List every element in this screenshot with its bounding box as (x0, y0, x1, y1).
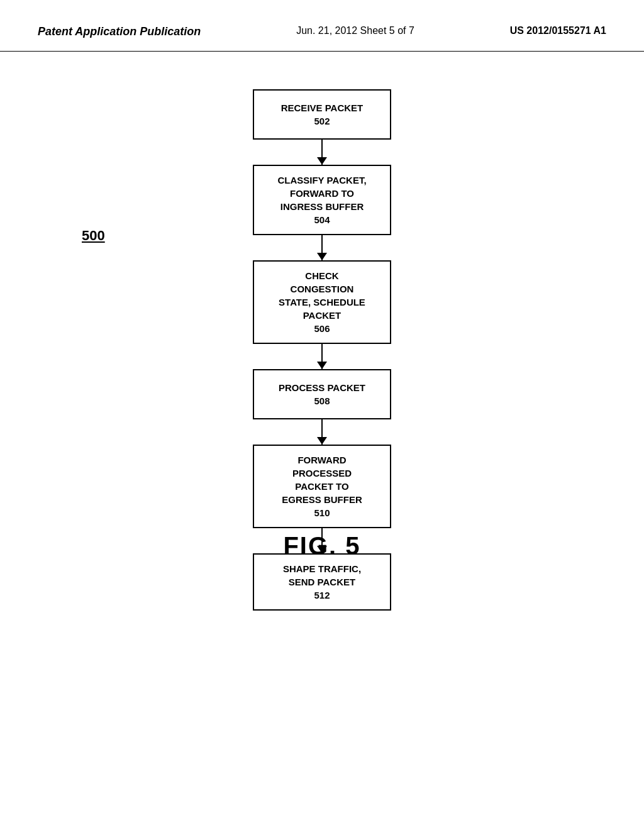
box-510-text: FORWARDPROCESSEDPACKET TOEGRESS BUFFER51… (282, 453, 362, 519)
figure-label: FIG. 5 (283, 532, 360, 560)
flow-box-512: SHAPE TRAFFIC,SEND PACKET512 (253, 553, 391, 611)
flow-box-506: CHECKCONGESTIONSTATE, SCHEDULEPACKET506 (253, 260, 391, 344)
arrow-4 (321, 419, 323, 445)
box-508-text: PROCESS PACKET508 (279, 381, 365, 407)
header-right-text: US 2012/0155271 A1 (510, 25, 606, 36)
main-content: 500 RECEIVE PACKET502 CLASSIFY PACKET,FO… (0, 52, 644, 611)
header-center-text: Jun. 21, 2012 Sheet 5 of 7 (296, 25, 414, 36)
flow-box-504: CLASSIFY PACKET,FORWARD TOINGRESS BUFFER… (253, 165, 391, 235)
page-header: Patent Application Publication Jun. 21, … (0, 0, 644, 52)
box-502-text: RECEIVE PACKET502 (281, 101, 364, 128)
flow-box-510: FORWARDPROCESSEDPACKET TOEGRESS BUFFER51… (253, 445, 391, 528)
header-left-text: Patent Application Publication (38, 25, 201, 38)
flow-box-502: RECEIVE PACKET502 (253, 89, 391, 140)
arrow-2 (321, 235, 323, 260)
flow-box-508: PROCESS PACKET508 (253, 369, 391, 419)
box-504-text: CLASSIFY PACKET,FORWARD TOINGRESS BUFFER… (277, 174, 366, 226)
box-506-text: CHECKCONGESTIONSTATE, SCHEDULEPACKET506 (279, 269, 365, 335)
arrow-3 (321, 344, 323, 369)
box-512-text: SHAPE TRAFFIC,SEND PACKET512 (283, 562, 361, 602)
arrow-1 (321, 140, 323, 165)
diagram-label: 500 (82, 228, 105, 244)
